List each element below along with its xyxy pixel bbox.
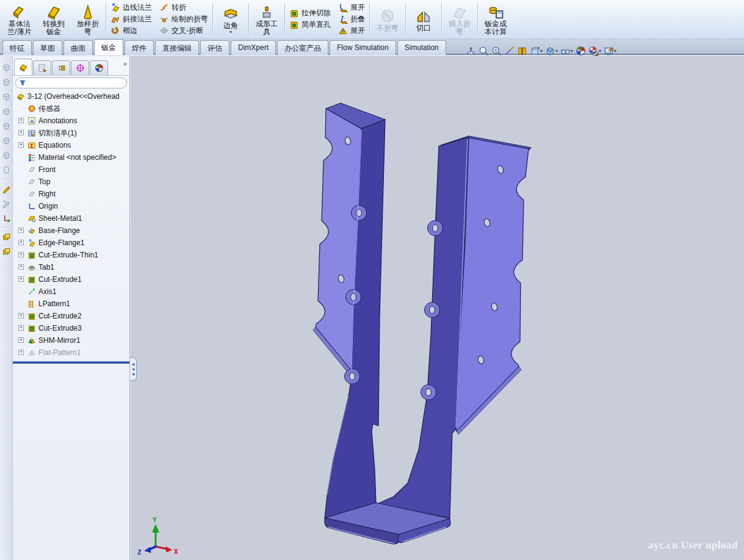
tree-item-front-plane[interactable]: Front: [13, 163, 129, 176]
tree-expand-icon[interactable]: +: [18, 252, 24, 257]
ribbon-button-flatten[interactable]: 展开: [336, 25, 367, 37]
tree-item-root[interactable]: 3-12 (Overhead<<Overhead: [13, 90, 129, 102]
tree-item-cut-list[interactable]: +切割清单(1): [13, 127, 129, 139]
tree-expand-icon[interactable]: +: [18, 350, 24, 355]
panel-tab-featuremanager[interactable]: [14, 59, 32, 75]
headsup-view-settings-button[interactable]: ▾: [603, 45, 617, 57]
panel-tab-propertymanager[interactable]: [33, 60, 51, 75]
ribbon-button-edge-flange[interactable]: 边线法兰: [108, 2, 154, 13]
tree-expand-icon[interactable]: +: [18, 240, 24, 245]
ribbon-button-extruded-cut[interactable]: 拉伸切除: [287, 7, 333, 19]
left-toolbar-button-5[interactable]: [2, 133, 11, 148]
tree-expand-icon[interactable]: +: [18, 228, 24, 233]
left-toolbar-button-11[interactable]: [2, 210, 11, 225]
tree-expand-icon[interactable]: +: [18, 130, 24, 135]
left-toolbar-button-3[interactable]: [2, 104, 11, 118]
ribbon-button-forming-tool[interactable]: 成形工 具: [251, 2, 283, 36]
tree-expand-icon[interactable]: +: [18, 118, 24, 123]
headsup-view-selector-button[interactable]: [504, 45, 515, 57]
ribbon-button-sketched-bend[interactable]: 绘制的折弯: [157, 13, 211, 25]
tree-item-cut-extrude2[interactable]: +Cut-Extrude2: [13, 310, 129, 322]
tree-item-origin[interactable]: Origin: [13, 200, 129, 212]
tree-item-base-flange[interactable]: +Base-Flange: [13, 224, 129, 237]
tree-item-top-plane[interactable]: Top: [13, 176, 129, 188]
tab-flow-simulation[interactable]: Flow Simulation: [330, 40, 396, 55]
ribbon-button-unfold[interactable]: 展开: [336, 2, 367, 13]
tree-item-sensors[interactable]: 传感器: [13, 102, 129, 115]
headsup-section-view-button[interactable]: [516, 45, 528, 57]
tab-evaluate[interactable]: 评估: [200, 40, 229, 55]
ribbon-button-jog[interactable]: 转折: [157, 2, 211, 13]
dropdown-arrow-icon[interactable]: ▾: [555, 49, 558, 53]
ribbon-button-corner[interactable]: 边角▾: [215, 4, 247, 34]
tree-expand-icon[interactable]: +: [18, 325, 24, 331]
tab-office-products[interactable]: 办公室产品: [277, 40, 328, 55]
ribbon-button-sheetmetal-costing[interactable]: 钣金成 本计算: [480, 2, 511, 36]
tab-sketch[interactable]: 草图: [33, 40, 62, 55]
model-canvas[interactable]: [131, 56, 744, 560]
tree-item-cut-extrude1[interactable]: +Cut-Extrude1: [13, 273, 129, 285]
left-toolbar-button-0[interactable]: [2, 60, 11, 74]
tree-expand-icon[interactable]: +: [18, 313, 24, 318]
tree-item-right-plane[interactable]: Right: [13, 188, 129, 200]
panel-tab-dimxpertmanager[interactable]: [71, 60, 89, 75]
ribbon-button-hem[interactable]: 褶边: [108, 25, 154, 37]
panel-more-button[interactable]: »: [123, 60, 127, 67]
dropdown-arrow-icon[interactable]: ▾: [229, 30, 232, 34]
tree-item-annotations[interactable]: +AAnnotations: [13, 115, 129, 127]
panel-splitter-handle[interactable]: ◀ ◀ ◀: [130, 357, 137, 381]
dropdown-arrow-icon[interactable]: ▾: [571, 49, 573, 53]
tree-expand-icon[interactable]: +: [18, 264, 24, 270]
dropdown-arrow-icon[interactable]: ▾: [599, 49, 601, 53]
ribbon-button-cross-break[interactable]: 交叉-折断: [157, 25, 211, 37]
tab-sheet-metal[interactable]: 钣金: [94, 39, 123, 55]
panel-tab-configurationmanager[interactable]: [52, 60, 70, 75]
left-toolbar-button-14[interactable]: [2, 244, 11, 259]
ribbon-button-lofted-bend[interactable]: 放样折 弯: [72, 2, 104, 36]
ribbon-button-no-bends[interactable]: 不折弯: [372, 6, 403, 32]
headsup-zoom-to-fit-button[interactable]: [465, 45, 477, 57]
headsup-view-orientation-button[interactable]: ▾: [529, 45, 543, 57]
tree-expand-icon[interactable]: +: [18, 276, 24, 282]
headsup-previous-view-button[interactable]: [491, 45, 502, 57]
tab-surfaces[interactable]: 曲面: [63, 40, 93, 55]
rollback-bar[interactable]: [13, 361, 129, 364]
headsup-zoom-to-area-button[interactable]: [478, 45, 489, 57]
tree-item-cut-extrude-thin1[interactable]: +Cut-Extrude-Thin1: [13, 249, 129, 261]
ribbon-button-simple-hole[interactable]: 简单直孔: [287, 19, 333, 31]
left-toolbar-button-13[interactable]: [2, 229, 11, 244]
tree-item-edge-flange1[interactable]: +Edge-Flange1: [13, 237, 129, 249]
dropdown-arrow-icon[interactable]: ▾: [540, 49, 543, 53]
left-toolbar-button-7[interactable]: [2, 162, 11, 177]
tree-item-tab1[interactable]: +Tab1: [13, 261, 129, 273]
left-toolbar-button-1[interactable]: [2, 74, 11, 89]
tree-item-material[interactable]: Material <not specified>: [13, 151, 129, 163]
tab-dimxpert[interactable]: DimXpert: [231, 40, 276, 55]
tree-item-shm-mirror1[interactable]: +SHM-Mirror1: [13, 334, 129, 346]
ribbon-button-base-flange[interactable]: 基体法 兰/薄片: [4, 2, 35, 36]
viewport-3d[interactable]: Y X Z ayc.cn User upload: [131, 56, 744, 560]
tree-item-cut-extrude3[interactable]: +Cut-Extrude3: [13, 322, 129, 334]
tree-expand-icon[interactable]: +: [18, 337, 24, 343]
tab-simulation[interactable]: Simulation: [397, 40, 446, 55]
tree-filter-input[interactable]: [15, 77, 127, 88]
left-toolbar-button-10[interactable]: [2, 196, 11, 210]
left-toolbar-button-4[interactable]: [2, 118, 11, 133]
tree-item-equations[interactable]: +ΣEquations: [13, 139, 129, 151]
headsup-hide-show-items-button[interactable]: ▾: [560, 45, 574, 57]
tree-item-axis1[interactable]: Axis1: [13, 285, 129, 298]
tree-expand-icon[interactable]: +: [18, 142, 24, 148]
ribbon-button-convert-to-sheetmetal[interactable]: 转换到 钣金: [38, 2, 70, 36]
left-toolbar-button-9[interactable]: [2, 181, 11, 196]
ribbon-button-fold[interactable]: 折叠: [336, 13, 367, 25]
headsup-apply-scene-button[interactable]: ▾: [588, 45, 602, 57]
tree-item-sheet-metal1[interactable]: Sheet-Metal1: [13, 212, 129, 224]
left-toolbar-button-6[interactable]: [2, 148, 11, 162]
headsup-display-style-button[interactable]: ▾: [544, 45, 558, 57]
left-toolbar-button-2[interactable]: [2, 89, 11, 104]
tree-item-flat-pattern1[interactable]: +Flat-Pattern1: [13, 346, 129, 359]
panel-tab-displaymanager[interactable]: [90, 60, 108, 75]
tab-features[interactable]: 特征: [2, 40, 32, 55]
tree-item-lpattern1[interactable]: LPattern1: [13, 298, 129, 310]
dropdown-arrow-icon[interactable]: ▾: [614, 49, 616, 53]
